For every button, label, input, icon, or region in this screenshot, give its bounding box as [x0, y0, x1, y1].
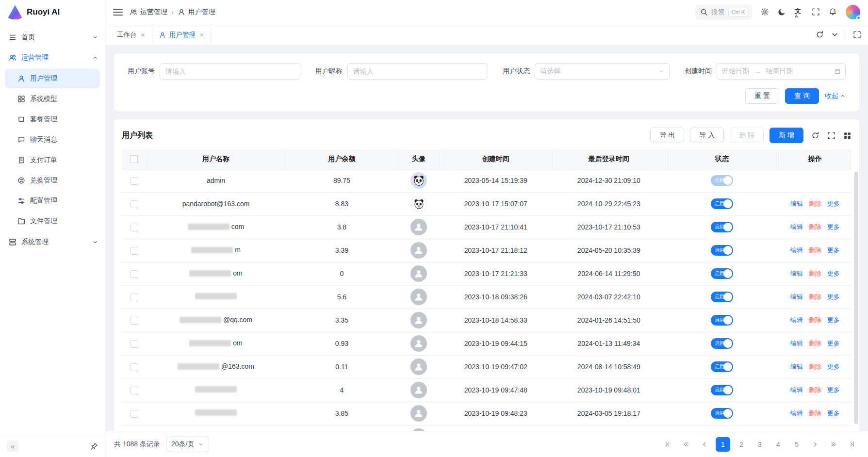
page-size-select[interactable]: 20条/页: [166, 437, 209, 452]
page-button[interactable]: 4: [771, 437, 786, 452]
status-toggle[interactable]: 启用: [711, 361, 733, 372]
fullscreen-icon[interactable]: [812, 8, 820, 16]
settings-icon[interactable]: [761, 8, 769, 16]
delete-link[interactable]: 删除: [809, 246, 821, 255]
sidebar-group[interactable]: 运营管理: [0, 48, 105, 68]
refresh-table-icon[interactable]: [811, 131, 819, 140]
reset-button[interactable]: 重 置: [745, 88, 779, 104]
row-checkbox[interactable]: [131, 317, 138, 325]
sidebar-collapse-button[interactable]: «: [7, 441, 18, 452]
notifications-icon[interactable]: [829, 8, 837, 16]
next-page-button[interactable]: [808, 437, 822, 452]
edit-link[interactable]: 编辑: [790, 293, 803, 301]
edit-link[interactable]: 编辑: [790, 269, 803, 278]
page-button[interactable]: 5: [789, 437, 804, 452]
row-checkbox[interactable]: [131, 340, 138, 348]
sidebar-item[interactable]: 文件管理: [5, 212, 100, 231]
more-link[interactable]: 更多: [827, 246, 840, 255]
maximize-content-icon[interactable]: [853, 31, 861, 39]
edit-link[interactable]: 编辑: [790, 386, 803, 394]
nickname-input[interactable]: [347, 63, 488, 80]
delete-link[interactable]: 删除: [809, 269, 821, 278]
status-toggle[interactable]: 启用: [711, 292, 733, 302]
sidebar-item[interactable]: 聊天消息: [5, 130, 100, 149]
status-toggle[interactable]: 启用: [711, 385, 733, 395]
status-toggle[interactable]: 启用: [711, 268, 733, 279]
last-page-button[interactable]: [845, 437, 859, 452]
row-checkbox[interactable]: [131, 200, 138, 208]
language-icon[interactable]: 文A: [795, 8, 803, 16]
hamburger-menu-icon[interactable]: [113, 9, 123, 16]
sidebar-item[interactable]: 支付订单: [5, 150, 100, 170]
edit-link[interactable]: 编辑: [790, 316, 803, 325]
row-checkbox[interactable]: [131, 363, 138, 371]
edit-link[interactable]: 编辑: [790, 223, 803, 231]
select-all-checkbox[interactable]: [130, 155, 138, 163]
page-button[interactable]: 1: [716, 437, 730, 452]
row-checkbox[interactable]: [131, 387, 138, 394]
status-toggle[interactable]: 启用: [711, 245, 733, 256]
sidebar-item[interactable]: 用户管理: [5, 69, 100, 88]
status-toggle[interactable]: 启用: [711, 222, 733, 232]
sidebar-group[interactable]: 系统管理: [0, 232, 105, 252]
column-settings-icon[interactable]: [843, 131, 852, 140]
status-toggle[interactable]: 启用: [711, 338, 733, 349]
sidebar-item[interactable]: 配置管理: [5, 191, 100, 211]
page-button[interactable]: 3: [753, 437, 767, 452]
date-range-picker[interactable]: 开始日期 → 结束日期: [717, 63, 846, 80]
import-button[interactable]: 导 入: [690, 128, 724, 143]
delete-link[interactable]: 删除: [809, 386, 821, 394]
delete-link[interactable]: 删除: [809, 339, 821, 348]
edit-link[interactable]: 编辑: [790, 339, 803, 348]
page-button[interactable]: 2: [734, 437, 749, 452]
row-checkbox[interactable]: [131, 294, 138, 301]
export-button[interactable]: 导 出: [650, 128, 684, 143]
delete-link[interactable]: 删除: [809, 362, 821, 371]
row-checkbox[interactable]: [131, 410, 138, 418]
row-checkbox[interactable]: [131, 177, 138, 185]
edit-link[interactable]: 编辑: [790, 409, 803, 418]
sidebar-group[interactable]: 首页: [0, 27, 105, 48]
tab-close-icon[interactable]: ×: [200, 31, 204, 39]
delete-link[interactable]: 删除: [809, 223, 821, 231]
table-scrollbar[interactable]: [854, 172, 858, 424]
row-checkbox[interactable]: [131, 247, 138, 255]
tab-item[interactable]: 工作台×: [110, 24, 152, 45]
add-button[interactable]: 新 增: [770, 128, 803, 143]
status-select[interactable]: 请选择: [535, 63, 670, 80]
delete-button[interactable]: 删 除: [730, 128, 764, 143]
global-search[interactable]: 搜索 Ctrl K: [695, 4, 753, 20]
brand-logo[interactable]: Ruoyi AI: [0, 0, 105, 24]
tab-item[interactable]: 用户管理×: [152, 24, 211, 45]
first-page-button[interactable]: [660, 437, 675, 452]
more-link[interactable]: 更多: [827, 362, 840, 371]
dark-mode-icon[interactable]: [778, 8, 786, 16]
more-link[interactable]: 更多: [827, 199, 840, 208]
tab-options-icon[interactable]: [831, 31, 839, 39]
more-link[interactable]: 更多: [827, 386, 840, 394]
status-toggle[interactable]: 启用: [711, 315, 733, 326]
delete-link[interactable]: 删除: [809, 409, 821, 418]
prev-group-button[interactable]: [679, 437, 693, 452]
status-toggle[interactable]: 启用: [711, 198, 733, 209]
sidebar-item[interactable]: 系统模型: [5, 89, 100, 109]
status-toggle[interactable]: 启用: [711, 408, 733, 419]
sidebar-item[interactable]: 套餐管理: [5, 110, 100, 129]
delete-link[interactable]: 删除: [809, 316, 821, 325]
status-toggle[interactable]: 启用: [711, 175, 733, 186]
account-input[interactable]: [160, 63, 300, 80]
refresh-page-icon[interactable]: [816, 31, 824, 39]
edit-link[interactable]: 编辑: [790, 199, 803, 208]
more-link[interactable]: 更多: [827, 316, 840, 325]
breadcrumb-item-operations[interactable]: 运营管理: [130, 8, 167, 16]
pin-icon[interactable]: [90, 442, 98, 450]
sidebar-item[interactable]: 兑换管理: [5, 171, 100, 190]
tab-close-icon[interactable]: ×: [141, 31, 145, 39]
search-button[interactable]: 查 询: [785, 88, 819, 104]
more-link[interactable]: 更多: [827, 339, 840, 348]
more-link[interactable]: 更多: [827, 269, 840, 278]
more-link[interactable]: 更多: [827, 409, 840, 418]
edit-link[interactable]: 编辑: [790, 246, 803, 255]
profile-avatar[interactable]: [846, 5, 860, 19]
delete-link[interactable]: 删除: [809, 199, 821, 208]
